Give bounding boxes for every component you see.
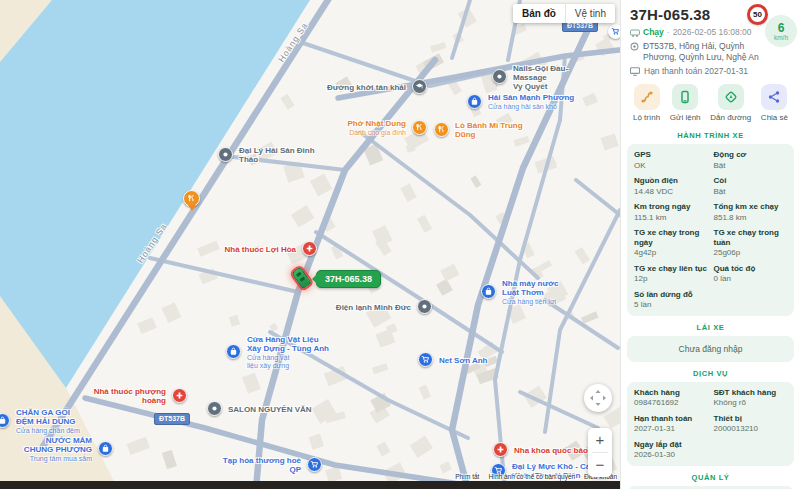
restaurant-icon	[412, 120, 427, 135]
map-type-button[interactable]: Bản đồ	[513, 4, 565, 23]
field-label: SĐT khách hàng	[714, 388, 788, 398]
field-value: Không rõ	[714, 398, 788, 408]
school-icon	[412, 79, 427, 94]
map-poi-duong-khoi-tan-khai[interactable]: Đường khởi tân khải	[412, 79, 427, 94]
send-command-button[interactable]: Gửi lệnh	[670, 84, 701, 122]
map-poi-nuoc-mam-chung-phuong[interactable]: NƯỚC MẮM CHUNG PHƯỢNGTrung tâm mua sắm	[98, 441, 113, 456]
field-value: Bật	[714, 161, 788, 171]
poi-sublabel: Cửa hàng hải sản khô	[488, 103, 574, 111]
field: TG xe chạy liên tục12p	[634, 264, 708, 284]
map-poi-nails-vy-quyet[interactable]: Nails-Gội Đầu-Massage Vy Quyết	[492, 69, 507, 84]
navigate-icon	[718, 84, 744, 110]
section-title: HÀNH TRÌNH XE	[621, 131, 800, 140]
poi-sublabel: Cửa hàng tiện lợi	[502, 297, 558, 305]
poi-label: Nails-Gội Đầu-Massage Vy Quyết	[513, 63, 601, 90]
poi-label: Điện lạnh Minh Đức	[336, 302, 411, 311]
map-poi-nha-may-nuoc-luat-thom[interactable]: Nhà máy nước Luật ThơmCửa hàng tiện lợi	[481, 284, 496, 299]
current-speed-badge: 6 km/h	[765, 15, 797, 47]
field: Ngày lắp đặt2026-01-30	[634, 440, 708, 460]
speed-limit-sign: 50	[747, 4, 768, 25]
bag-icon	[98, 441, 113, 456]
map-bottom-bar	[0, 481, 620, 489]
map-poi-net-son-anh[interactable]: Net Sơn Anh	[418, 352, 433, 367]
field-label: Ngày lắp đặt	[634, 440, 708, 450]
poi-label: Nhà thuốc phượng hoàng	[78, 387, 166, 405]
poi-label: NƯỚC MẮM CHUNG PHƯỢNGTrung tâm mua sắm	[24, 435, 92, 462]
map-poi-dai-ly-hai-san-dinh-thao[interactable]: Đại Lý Hải Sản Đinh Thảo	[218, 147, 233, 162]
generic-icon	[207, 401, 222, 416]
medical-icon	[493, 442, 508, 457]
poi-sublabel: Cửa hàng chăn đệm	[16, 426, 80, 434]
zoom-out-button[interactable]: −	[588, 453, 612, 477]
share-button[interactable]: Chia sẻ	[761, 84, 788, 122]
field: Số lần dừng đỗ5 lần	[634, 290, 708, 310]
field-label: Km trong ngày	[634, 202, 708, 212]
field-value: Bật	[714, 187, 788, 197]
map-poi-dien-lanh-minh-duc[interactable]: Điện lạnh Minh Đức	[417, 299, 432, 314]
poi-label: Lò Bánh Mì Trung Dũng	[455, 121, 543, 139]
cart-icon	[608, 24, 620, 39]
map-canvas[interactable]: Hoàng SaHoàng SaĐT537BĐT537B Đường khởi …	[0, 0, 620, 489]
field-value: 14.48 VDC	[634, 187, 708, 197]
poi-label: Tạp hóa thương hoè QP	[213, 456, 301, 474]
field: CòiBật	[714, 176, 788, 196]
zoom-in-button[interactable]: +	[588, 428, 612, 452]
poi-label: Phở Nhật DungDành cho gia đình	[347, 119, 406, 137]
field-value: 4g42p	[634, 248, 708, 258]
marker-pointer	[188, 205, 196, 215]
vehicle-marker[interactable]	[296, 268, 309, 290]
field-value: 0984761692	[634, 398, 708, 408]
map-poi-nha-khoa-quoc-bao[interactable]: Nha khoa quốc bảo	[493, 442, 508, 457]
field: SĐT khách hàngKhông rõ	[714, 388, 788, 408]
field: TG xe chạy trong ngày4g42p	[634, 228, 708, 258]
generic-icon	[492, 69, 507, 84]
map-poi-coast-restaurant[interactable]	[183, 190, 200, 207]
send-command-icon	[672, 84, 698, 110]
copyright-text: Hình ảnh có thể có bản quyền	[488, 473, 575, 480]
map-poi-vat-lieu-tung-anh[interactable]: Cửa Hàng Vật Liệu Xây Dựng - Tùng AnhCửa…	[226, 344, 241, 359]
action-buttons-row: Lộ trìnhGửi lệnhDẫn đườngChia sẻ	[621, 76, 800, 124]
shortcuts-link[interactable]: Phím tắt	[455, 473, 479, 480]
map-poi-nha-thuoc-loi-hoa[interactable]: Nhà thuốc Lợi Hòa	[302, 241, 317, 256]
map-poi-chan-ga-goi-dem-hai-dung[interactable]: CHĂN GA GỐI ĐỆM HẢI DUNGCửa hàng chăn đệ…	[0, 413, 10, 428]
field-value: 5 lần	[634, 300, 708, 310]
navigate-button[interactable]: Dẫn đường	[710, 84, 751, 122]
restaurant-icon	[434, 122, 449, 137]
vehicle-address: ĐT537B, Hồng Hải, Quỳnh Phương, Quỳnh Lư…	[643, 41, 770, 62]
vehicle-label-pill[interactable]: 37H-065.38	[316, 270, 381, 288]
satellite-type-button[interactable]: Vệ tinh	[566, 4, 615, 23]
poi-label: Cửa Hàng Vật Liệu Xây Dựng - Tùng AnhCửa…	[247, 334, 329, 369]
bag-icon	[467, 94, 482, 109]
map-poi-salon-nguyen-van[interactable]: SALON NGUYỄN VĂN	[207, 401, 222, 416]
section-trip: HÀNH TRÌNH XE GPSOKĐộng cơBậtNguồn điện1…	[621, 131, 800, 316]
poi-sublabel: Cửa hàng vật liệu xây dựng	[247, 353, 329, 369]
poi-sublabel: Dành cho gia đình	[347, 129, 406, 137]
poi-label: Nhà thuốc Lợi Hòa	[225, 244, 296, 253]
map-type-control: Bản đồ Vệ tinh	[513, 4, 615, 23]
poi-sublabel: Trung tâm mua sắm	[24, 454, 92, 462]
map-poi-lo-banh-mi-trung-dung[interactable]: Lò Bánh Mì Trung Dũng	[434, 122, 449, 137]
field-label: Số lần dừng đỗ	[634, 290, 708, 300]
section-title: LÁI XE	[621, 323, 800, 332]
bag-icon	[0, 413, 10, 428]
vehicle-tracking-app: Hoàng SaHoàng SaĐT537BĐT537B Đường khởi …	[0, 0, 800, 489]
generic-icon	[218, 147, 233, 162]
map-poi-store-top-right[interactable]	[608, 24, 620, 39]
vehicle-header: 37H-065.38 50 6 km/h Chạy · 2026-02-05 1…	[621, 0, 800, 76]
road-label: ĐT537B	[154, 413, 190, 425]
field-value: 2027-01-31	[634, 424, 708, 434]
monitor-icon	[630, 67, 640, 76]
medical-icon	[302, 241, 317, 256]
field: Khách hàng0984761692	[634, 388, 708, 408]
section-manage: QUẢN LÝ Tích truyềnCóPhiên bản firmware4…	[621, 473, 800, 489]
map-pan-control[interactable]	[584, 384, 612, 412]
route-button[interactable]: Lộ trình	[633, 84, 660, 122]
map-poi-tap-hoa-thuong-hoe-qp[interactable]: Tạp hóa thương hoè QP	[307, 457, 322, 472]
field-value: 2000013210	[714, 424, 788, 434]
vehicle-detail-panel: 37H-065.38 50 6 km/h Chạy · 2026-02-05 1…	[620, 0, 800, 489]
map-poi-nha-thuoc-phuong-hoang[interactable]: Nhà thuốc phượng hoàng	[172, 388, 187, 403]
driver-card: Chưa đăng nhập	[627, 336, 794, 362]
map-poi-hai-san-manh-phuong[interactable]: Hải Sản Mạnh PhươngCửa hàng hải sản khô	[467, 94, 482, 109]
service-card: Khách hàng0984761692SĐT khách hàngKhông …	[627, 382, 794, 466]
map-poi-pho-nhat-dung[interactable]: Phở Nhật DungDành cho gia đình	[412, 120, 427, 135]
